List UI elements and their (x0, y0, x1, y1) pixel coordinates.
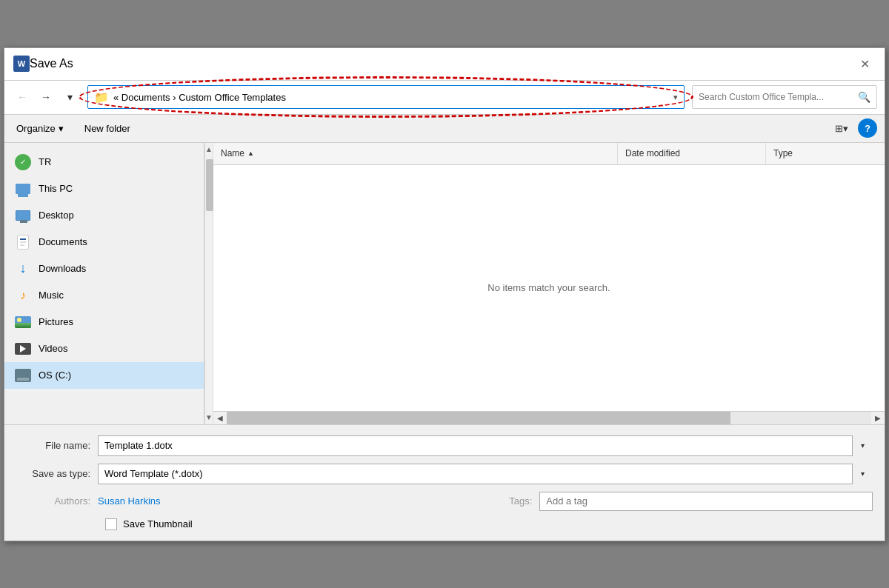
file-list-header: Name ▲ Date modified Type (213, 143, 885, 165)
column-header-name[interactable]: Name ▲ (213, 143, 618, 164)
sidebar-label-music: Music (39, 290, 64, 301)
author-name[interactable]: Susan Harkins (98, 495, 161, 507)
search-icon: 🔍 (858, 91, 870, 103)
sidebar-item-music[interactable]: ♪ Music (4, 282, 204, 309)
file-list: Name ▲ Date modified Type No items match… (213, 143, 885, 424)
thumbnail-row: Save Thumbnail (105, 518, 873, 530)
sidebar-label-desktop: Desktop (39, 210, 74, 221)
authors-label: Authors: (16, 495, 98, 507)
navigation-bar: ← → ▾ 📁 « Documents › Custom Office Temp… (4, 81, 885, 115)
view-arrow: ▾ (843, 123, 848, 134)
search-input[interactable] (699, 92, 855, 102)
sidebar-label-this-pc: This PC (39, 183, 73, 194)
downloads-icon: ↓ (15, 261, 31, 277)
toolbar-right: ⊞ ▾ ? (830, 118, 877, 138)
help-button[interactable]: ? (858, 118, 877, 138)
bottom-form: File name: ▾ Save as type: ▾ Authors: Su… (4, 424, 885, 541)
sort-arrow-icon: ▲ (247, 150, 254, 157)
col-date-label: Date modified (625, 148, 680, 158)
address-text: « Documents › Custom Office Templates (113, 92, 669, 103)
organize-arrow: ▾ (59, 123, 64, 134)
scroll-track[interactable] (227, 412, 871, 424)
file-name-input[interactable] (98, 435, 873, 456)
sidebar-item-this-pc[interactable]: This PC (4, 176, 204, 202)
new-folder-label: New folder (84, 123, 130, 134)
back-button[interactable]: ← (12, 87, 33, 107)
sidebar-item-pictures[interactable]: Pictures (4, 309, 204, 335)
sidebar-label-videos: Videos (39, 343, 68, 354)
sidebar-container: ✓ TR This PC (4, 143, 213, 424)
sidebar-label-documents: Documents (39, 236, 87, 247)
tags-input[interactable] (539, 492, 873, 511)
main-content: ✓ TR This PC (4, 143, 885, 424)
scroll-right-button[interactable]: ▶ (871, 411, 885, 424)
address-dropdown-arrow[interactable]: ▾ (673, 93, 678, 102)
shield-icon: ✓ (15, 154, 31, 170)
toolbar: Organize ▾ New folder ⊞ ▾ ? (4, 115, 885, 143)
organize-label: Organize (16, 123, 56, 134)
download-arrow-icon: ↓ (20, 261, 27, 276)
address-bar-wrapper: 📁 « Documents › Custom Office Templates … (87, 85, 685, 109)
save-as-type-input[interactable] (98, 464, 873, 484)
save-thumbnail-label: Save Thumbnail (123, 518, 193, 529)
sidebar: ✓ TR This PC (4, 143, 204, 424)
new-folder-button[interactable]: New folder (80, 120, 135, 137)
sidebar-item-os-c[interactable]: OS (C:) (4, 362, 204, 389)
file-name-input-wrapper: ▾ (98, 435, 873, 456)
close-button[interactable]: ✕ (853, 53, 876, 75)
dialog-title: Save As (30, 57, 853, 70)
word-icon: W (13, 56, 30, 72)
desktop-icon (15, 207, 31, 224)
save-thumbnail-checkbox-wrapper[interactable]: Save Thumbnail (105, 518, 193, 530)
sidebar-scroll-thumb[interactable] (206, 159, 213, 211)
column-header-type[interactable]: Type (766, 143, 885, 164)
sidebar-label-pictures: Pictures (39, 316, 73, 327)
os-c-icon (15, 367, 31, 384)
column-header-date[interactable]: Date modified (618, 143, 766, 164)
col-type-label: Type (773, 148, 793, 158)
file-list-body: No items match your search. (213, 165, 885, 411)
save-thumbnail-checkbox[interactable] (105, 518, 117, 530)
nav-dropdown-button[interactable]: ▾ (59, 87, 80, 107)
title-bar: W Save As ✕ (4, 48, 885, 81)
documents-icon (15, 234, 31, 250)
file-name-row: File name: ▾ (16, 435, 873, 456)
sidebar-label-tr: TR (39, 156, 51, 167)
view-icon: ⊞ (835, 123, 843, 134)
save-as-dialog: W Save As ✕ ← → ▾ 📁 « Documents › Custom… (4, 47, 885, 541)
save-as-type-dropdown-button[interactable]: ▾ (852, 464, 873, 484)
sidebar-item-videos[interactable]: Videos (4, 335, 204, 362)
organize-button[interactable]: Organize ▾ (12, 120, 68, 137)
videos-icon (15, 341, 31, 357)
no-items-message: No items match your search. (487, 282, 610, 293)
address-bar[interactable]: 📁 « Documents › Custom Office Templates … (87, 85, 685, 109)
music-icon: ♪ (15, 287, 31, 304)
address-folder-icon: 📁 (94, 90, 109, 104)
sidebar-item-tr[interactable]: ✓ TR (4, 149, 204, 176)
sidebar-scrollbar[interactable]: ▲ ▼ (204, 143, 213, 424)
forward-button[interactable]: → (36, 87, 56, 107)
sidebar-label-downloads: Downloads (39, 263, 86, 274)
scroll-thumb[interactable] (227, 412, 730, 424)
tags-label: Tags: (480, 495, 539, 507)
scroll-left-button[interactable]: ◀ (213, 411, 227, 424)
view-button[interactable]: ⊞ ▾ (830, 120, 853, 137)
sidebar-item-desktop[interactable]: Desktop (4, 202, 204, 229)
tr-icon: ✓ (15, 154, 31, 170)
save-as-type-input-wrapper: ▾ (98, 464, 873, 484)
file-name-label: File name: (16, 440, 98, 451)
this-pc-icon (15, 181, 31, 197)
file-name-dropdown-button[interactable]: ▾ (852, 435, 873, 456)
sidebar-item-downloads[interactable]: ↓ Downloads (4, 255, 204, 282)
save-as-type-row: Save as type: ▾ (16, 464, 873, 484)
horizontal-scrollbar[interactable]: ◀ ▶ (213, 411, 885, 424)
save-as-type-label: Save as type: (16, 468, 98, 479)
authors-tags-row: Authors: Susan Harkins Tags: (16, 492, 873, 511)
pictures-icon (15, 314, 31, 330)
col-name-label: Name (221, 148, 244, 158)
sidebar-label-os-c: OS (C:) (39, 370, 71, 381)
sidebar-item-documents[interactable]: Documents (4, 229, 204, 255)
search-bar: 🔍 (692, 85, 877, 109)
